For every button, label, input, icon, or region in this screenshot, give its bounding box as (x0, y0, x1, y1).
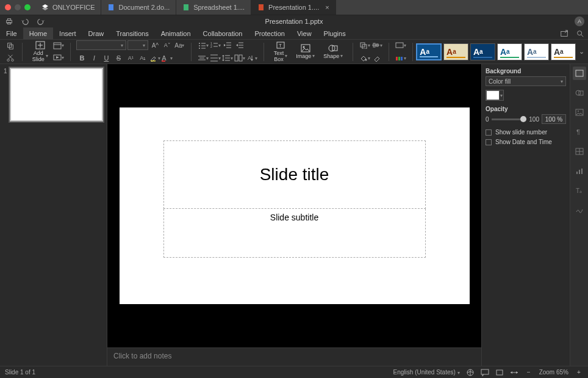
open-location-button[interactable] (560, 29, 568, 38)
user-avatar[interactable]: A (575, 16, 584, 26)
svg-rect-90 (481, 369, 489, 374)
clear-style-button[interactable] (371, 53, 382, 64)
align-vert-button[interactable]: ▾ (210, 53, 221, 64)
undo-button[interactable] (21, 17, 29, 26)
highlight-button[interactable]: ▾ (149, 53, 160, 64)
theme-5[interactable]: Aa (551, 43, 576, 60)
feedback-button[interactable] (481, 368, 489, 377)
menu-collaboration[interactable]: Collaboration (197, 27, 249, 39)
color-scheme-button[interactable]: ▾ (395, 53, 406, 64)
print-button[interactable] (5, 17, 13, 26)
theme-4[interactable]: Aa (524, 43, 549, 60)
title-placeholder[interactable]: Slide title (163, 140, 426, 209)
menu-home[interactable]: Home (23, 27, 53, 39)
shape-fill-button[interactable]: ▾ (359, 53, 370, 64)
theme-0[interactable]: Aa (416, 43, 442, 60)
columns-button[interactable]: ▾ (234, 53, 245, 64)
zoom-in-button[interactable]: + (575, 368, 583, 377)
menu-plugins[interactable]: Plugins (318, 27, 352, 39)
redo-button[interactable] (37, 17, 45, 26)
font-name-select[interactable]: ▾ (76, 40, 126, 50)
window-maximize-button[interactable] (24, 4, 30, 10)
increase-indent-button[interactable] (234, 40, 245, 51)
show-slide-number-row[interactable]: Show slide number (486, 129, 566, 136)
search-button[interactable] (576, 29, 584, 38)
bold-button[interactable]: B (76, 53, 87, 64)
menu-animation[interactable]: Animation (155, 27, 197, 39)
slide-size-button[interactable]: ▾ (395, 40, 406, 51)
decrease-indent-button[interactable] (222, 40, 233, 51)
subtitle-placeholder[interactable]: Slide subtitle (163, 209, 426, 258)
opacity-slider[interactable] (492, 118, 527, 120)
line-spacing-button[interactable]: ▾ (222, 53, 233, 64)
show-slide-number-checkbox[interactable] (486, 129, 492, 136)
text-art-settings-tab[interactable]: Tₐ (573, 184, 586, 197)
slide-settings-tab[interactable] (573, 67, 586, 80)
tab-presentation[interactable]: Presentation 1.... × (251, 0, 336, 15)
image-settings-tab[interactable] (573, 106, 586, 119)
chart-settings-tab[interactable] (573, 164, 586, 178)
theme-3[interactable]: Aa (497, 43, 522, 60)
opacity-spinbox[interactable]: 100 % (542, 114, 566, 124)
superscript-button[interactable]: A¹ (125, 53, 136, 64)
align-objects-button[interactable]: ▾ (371, 40, 382, 51)
italic-button[interactable]: I (88, 53, 99, 64)
theme-2[interactable]: Aa (470, 43, 495, 60)
add-slide-button[interactable]: Add Slide▾ (29, 40, 52, 64)
tab-close-button[interactable]: × (325, 4, 329, 11)
window-minimize-button[interactable] (15, 4, 21, 10)
fit-slide-button[interactable] (495, 368, 504, 377)
menu-protection[interactable]: Protection (248, 27, 291, 39)
layout-button[interactable]: ▾ (53, 40, 64, 51)
menu-insert[interactable]: Insert (53, 27, 82, 39)
fill-type-select[interactable]: Color fill▾ (486, 76, 566, 86)
theme-gallery-expand[interactable]: ⌄ (578, 43, 586, 60)
fill-color-swatch[interactable]: ▾ (486, 90, 504, 101)
text-direction-button[interactable]: A▾ (246, 53, 257, 64)
language-selector[interactable]: English (United States) ▾ (393, 369, 460, 376)
fit-width-button[interactable] (510, 368, 518, 377)
paragraph-settings-tab[interactable]: ¶ (573, 125, 586, 139)
window-close-button[interactable] (5, 4, 11, 10)
subscript-button[interactable]: A₁ (137, 53, 148, 64)
start-slideshow-button[interactable]: ▾ (53, 53, 64, 64)
notes-pane[interactable]: Click to add notes (107, 347, 481, 366)
svg-point-62 (303, 46, 304, 48)
underline-button[interactable]: U (101, 53, 112, 64)
change-case-button[interactable]: Aa▾ (174, 40, 185, 51)
image-button[interactable]: Image▾ (292, 43, 318, 61)
text-box-button[interactable]: T Text Box▾ (270, 40, 292, 64)
theme-1[interactable]: Aa (443, 43, 468, 60)
decrease-font-button[interactable]: A˅ (162, 40, 173, 51)
strike-button[interactable]: S (113, 53, 124, 64)
shape-button[interactable]: Shape▾ (320, 43, 346, 61)
slide-workspace[interactable]: Slide title Slide subtitle (107, 64, 481, 347)
copy-button[interactable] (5, 40, 16, 51)
slide-thumbnail[interactable]: 1 (4, 68, 103, 122)
menu-draw[interactable]: Draw (82, 27, 110, 39)
tab-onlyoffice[interactable]: ONLYOFFICE (35, 0, 101, 15)
align-horiz-button[interactable]: ▾ (198, 53, 209, 64)
table-settings-tab[interactable] (573, 145, 586, 158)
tab-document[interactable]: Document 2.do... (101, 0, 176, 15)
menu-file[interactable]: File (0, 27, 23, 39)
arrange-button[interactable]: ▾ (359, 40, 370, 51)
zoom-level[interactable]: Zoom 65% (539, 369, 568, 376)
show-date-time-checkbox[interactable] (486, 139, 492, 145)
cut-button[interactable] (5, 53, 16, 64)
font-color-button[interactable]: A▾ (162, 53, 173, 64)
increase-font-button[interactable]: A^ (149, 40, 160, 51)
signature-settings-tab[interactable] (573, 203, 586, 217)
opacity-slider-handle[interactable] (520, 116, 526, 122)
spellcheck-button[interactable] (466, 368, 475, 377)
window-controls (0, 0, 35, 15)
zoom-out-button[interactable]: − (525, 368, 533, 377)
menu-transitions[interactable]: Transitions (110, 27, 154, 39)
font-size-select[interactable]: ▾ (127, 40, 148, 50)
numbering-button[interactable]: 12▾ (210, 40, 221, 51)
tab-spreadsheet[interactable]: Spreadsheet 1.... (176, 0, 251, 15)
shape-settings-tab[interactable] (573, 86, 586, 100)
show-date-time-row[interactable]: Show Date and Time (486, 139, 566, 145)
menu-view[interactable]: View (291, 27, 318, 39)
bullets-button[interactable]: ▾ (198, 40, 209, 51)
